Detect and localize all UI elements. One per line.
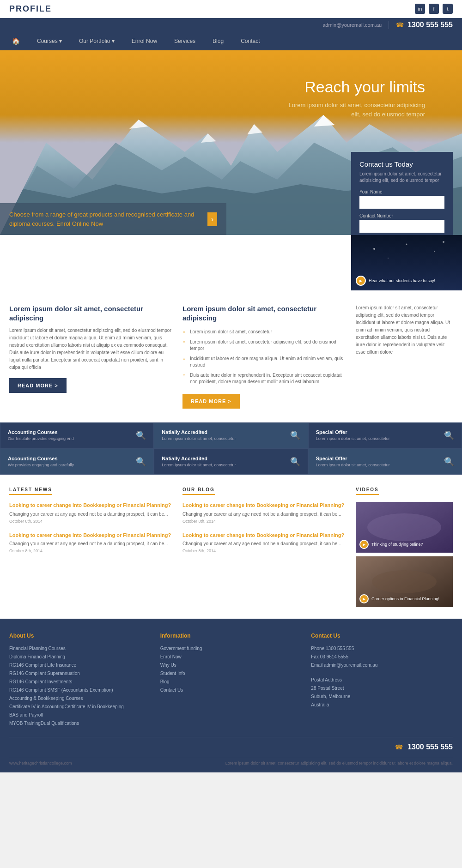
bullet-item: Duis aute irure dolor in reprehenderit i… <box>182 370 346 387</box>
video-play-2[interactable]: ▶ <box>359 594 369 603</box>
video-caption: Hear what our students have to say! <box>369 278 435 283</box>
footer-postal-label: Postal Address <box>311 677 342 682</box>
footer-info-title: Information <box>160 633 302 639</box>
nav-portfolio[interactable]: Our Portfolio ▾ <box>76 32 117 50</box>
feature-title-3: Special Offer <box>316 429 390 435</box>
nav-courses[interactable]: Courses ▾ <box>34 32 65 50</box>
phone-icon: ☎ <box>396 21 404 29</box>
footer-info-link[interactable]: Blog <box>160 678 302 686</box>
read-more-button-2[interactable]: READ MORE > <box>182 394 240 409</box>
nav-contact[interactable]: Contact <box>238 32 262 50</box>
facebook-icon[interactable]: f <box>429 4 439 14</box>
twitter-icon[interactable]: t <box>443 4 453 14</box>
footer-link[interactable]: MYOB TrainingDual Qualifications <box>9 719 151 728</box>
content-heading-2: Lorem ipsum dolor sit amet, consectetur … <box>182 304 346 322</box>
video-card-2[interactable]: ▶ Career options in Financial Planning! <box>356 556 453 607</box>
footer-grid: About Us Financial Planning Courses Dipl… <box>9 633 453 728</box>
content-text-3: Lorem ipsum dolor sit amet, consectetur … <box>356 304 453 356</box>
nav-enrol[interactable]: Enrol Now <box>129 32 160 50</box>
video-caption-1: Thinking of studying online? <box>371 542 423 547</box>
news-excerpt-2: Changing your career at any age need not… <box>9 541 173 547</box>
bullet-list: Lorem ipsum dolor sit amet, consectetur … <box>182 327 346 387</box>
blog-excerpt-1: Changing your career at any age need not… <box>182 511 346 518</box>
video-caption-2: Career options in Financial Planning! <box>371 597 439 601</box>
hero-arrow-button[interactable]: › <box>207 212 217 226</box>
footer-bottom: www.heritagechristiancollege.com Lorem i… <box>9 757 453 766</box>
feature-title-4: Accounting Courses <box>8 456 74 461</box>
feature-item-1[interactable]: Accounting Courses Our Institute provide… <box>0 422 154 449</box>
blog-item-1: Looking to career change into Bookkeepin… <box>182 502 346 523</box>
footer-info-link[interactable]: Contact Us <box>160 686 302 694</box>
feature-desc-2: Lorem ipsum dolor sit amet, consectetur <box>162 436 236 442</box>
feature-title-6: Special Offer <box>316 456 390 461</box>
footer-about-title: About Us <box>9 633 151 639</box>
footer-link[interactable]: RG146 Compliant Superannuation <box>9 669 151 678</box>
footer-phone-icon: ☎ <box>395 743 403 751</box>
video-card-1[interactable]: ▶ Thinking of studying online? <box>356 502 453 553</box>
feature-title-5: Natially Accredited <box>162 456 236 461</box>
footer-link[interactable]: Accounting & Bookkeeping Courses <box>9 694 151 703</box>
footer-info-link[interactable]: Why Us <box>160 661 302 669</box>
svg-point-17 <box>372 570 437 593</box>
footer-link[interactable]: BAS and Payroll <box>9 711 151 719</box>
footer-link[interactable]: RG146 Compliant SMSF (Accountants Exempt… <box>9 686 151 694</box>
nav-services[interactable]: Services <box>171 32 198 50</box>
blog-link-1[interactable]: Looking to career change into Bookkeepin… <box>182 502 346 509</box>
content-col-3: Lorem ipsum dolor sit amet, consectetur … <box>356 304 453 409</box>
footer-link[interactable]: Diploma Financial Planning <box>9 653 151 661</box>
feature-item-5[interactable]: Natially Accredited Lorem ipsum dolor si… <box>154 449 308 475</box>
footer-link[interactable]: RG146 Compliant Life Insurance <box>9 661 151 669</box>
svg-point-13 <box>443 241 444 243</box>
footer-info-link[interactable]: Government funding <box>160 645 302 653</box>
blog-link-2[interactable]: Looking to career change into Bookkeepin… <box>182 532 346 539</box>
search-icon-4: 🔍 <box>136 457 146 467</box>
blog-excerpt-2: Changing your career at any age need not… <box>182 541 346 547</box>
feature-item-6[interactable]: Special Offer Lorem ipsum dolor sit amet… <box>308 449 462 475</box>
bullet-item: Lorem ipsum dolor sit amet, consectetur … <box>182 337 346 354</box>
videos-label: VIDEOS <box>356 487 379 495</box>
contact-phone-input[interactable] <box>359 220 444 233</box>
name-input[interactable] <box>359 196 444 209</box>
feature-desc-3: Lorem ipsum dolor sit amet, consectetur <box>316 436 390 442</box>
nav-blog[interactable]: Blog <box>210 32 226 50</box>
hero-section: Reach your limits Lorem ipsum dolor sit … <box>0 50 462 235</box>
linkedin-icon[interactable]: in <box>415 4 425 14</box>
news-excerpt-1: Changing your career at any age need not… <box>9 511 173 518</box>
footer-contact-title: Contact Us <box>311 633 453 639</box>
svg-point-10 <box>406 244 407 245</box>
hero-text: Reach your limits Lorem ipsum dolor sit … <box>286 78 425 119</box>
feature-item-4[interactable]: Accounting Courses We provides engaging … <box>0 449 154 475</box>
video-play-1[interactable]: ▶ <box>359 540 369 549</box>
search-icon-1: 🔍 <box>136 430 146 440</box>
feature-title-2: Natially Accredited <box>162 429 236 435</box>
news-link-2[interactable]: Looking to career change into Bookkeepin… <box>9 532 173 539</box>
search-icon-2: 🔍 <box>290 430 300 440</box>
footer-info-link[interactable]: Student Info <box>160 669 302 678</box>
feature-item-3[interactable]: Special Offer Lorem ipsum dolor sit amet… <box>308 422 462 449</box>
footer-email: Email admin@youremail.com.au <box>311 663 377 668</box>
footer-phone: Phone 1300 555 555 <box>311 646 354 651</box>
read-more-button-1[interactable]: READ MORE > <box>9 378 67 393</box>
news-item-2: Looking to career change into Bookkeepin… <box>9 532 173 553</box>
video-thumbnail-hero[interactable]: ▶ Hear what our students have to say! <box>351 235 462 290</box>
footer-copyright: Lorem ipsum dolor sit amet, consectetur … <box>225 761 453 766</box>
nav-bar: 🏠 Courses ▾ Our Portfolio ▾ Enrol Now Se… <box>0 32 462 50</box>
nav-home[interactable]: 🏠 <box>9 32 23 50</box>
social-icons: in f t <box>415 4 453 14</box>
contact-form-title: Contact us Today <box>359 160 444 168</box>
footer-link[interactable]: Financial Planning Courses <box>9 645 151 653</box>
hero-banner-text: Choose from a range of great products an… <box>9 210 207 228</box>
footer-info-link[interactable]: Enrol Now <box>160 653 302 661</box>
footer-link[interactable]: Certificate IV in AccountingCertificate … <box>9 703 151 711</box>
bullet-item: Incididunt ut labore et dolore magna ali… <box>182 354 346 370</box>
footer-fax: Fax 03 9614 5555 <box>311 654 348 659</box>
feature-desc-1: Our Institute provides engaging end <box>8 436 74 442</box>
news-item-1: Looking to career change into Bookkeepin… <box>9 502 173 523</box>
feature-item-2[interactable]: Natially Accredited Lorem ipsum dolor si… <box>154 422 308 449</box>
video-play-button[interactable]: ▶ <box>356 276 366 286</box>
content-section: Lorem ipsum dolor sit amet, consectetur … <box>0 290 462 422</box>
footer-phone-bar: ☎ 1300 555 555 <box>9 737 453 757</box>
news-link-1[interactable]: Looking to career change into Bookkeepin… <box>9 502 173 509</box>
footer-contact: Contact Us Phone 1300 555 555 Fax 03 961… <box>311 633 453 728</box>
footer-link[interactable]: RG146 Compliant Investments <box>9 678 151 686</box>
